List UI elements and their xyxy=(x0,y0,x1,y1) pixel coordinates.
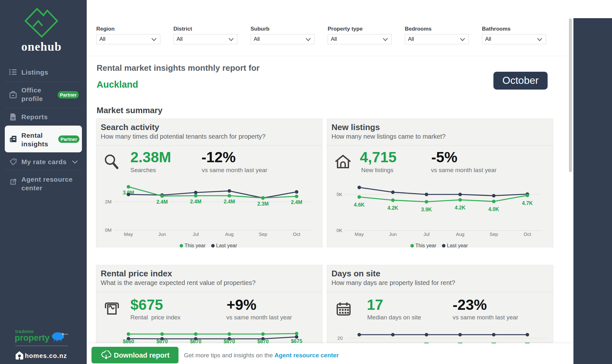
svg-text:Aug: Aug xyxy=(225,231,234,237)
svg-text:2.4M: 2.4M xyxy=(190,199,201,204)
svg-text:4.2K: 4.2K xyxy=(455,205,466,210)
svg-text:May: May xyxy=(124,231,133,237)
svg-text:Jul: Jul xyxy=(423,231,429,237)
svg-text:Last year: Last year xyxy=(216,243,237,248)
svg-text:Sep: Sep xyxy=(490,231,498,237)
svg-text:2.4M: 2.4M xyxy=(291,200,302,205)
svg-text:4.2K: 4.2K xyxy=(388,205,398,211)
svg-text:5K: 5K xyxy=(337,192,342,197)
svg-text:2.4M: 2.4M xyxy=(224,199,235,204)
svg-text:4.0K: 4.0K xyxy=(488,207,499,212)
svg-text:2M: 2M xyxy=(105,199,112,204)
svg-text:Oct: Oct xyxy=(293,231,301,237)
svg-text:2.4M: 2.4M xyxy=(157,199,168,205)
svg-text:Jun: Jun xyxy=(158,231,166,237)
svg-text:4.6K: 4.6K xyxy=(354,202,365,207)
svg-text:Last year: Last year xyxy=(447,243,468,248)
svg-text:Oct: Oct xyxy=(524,231,531,237)
svg-text:0K: 0K xyxy=(337,228,342,233)
svg-text:20: 20 xyxy=(337,335,343,341)
svg-text:Jun: Jun xyxy=(389,231,397,237)
svg-text:$675: $675 xyxy=(291,339,302,344)
svg-text:0M: 0M xyxy=(105,227,112,233)
svg-text:3.9K: 3.9K xyxy=(421,207,432,212)
svg-text:2.3M: 2.3M xyxy=(257,201,269,207)
svg-text:4.7K: 4.7K xyxy=(522,200,533,206)
svg-text:This year: This year xyxy=(185,243,206,248)
svg-text:Sep: Sep xyxy=(259,231,267,237)
svg-text:This year: This year xyxy=(415,243,436,248)
svg-text:May: May xyxy=(355,231,364,237)
svg-text:Jul: Jul xyxy=(193,231,199,237)
svg-text:Aug: Aug xyxy=(456,231,464,237)
